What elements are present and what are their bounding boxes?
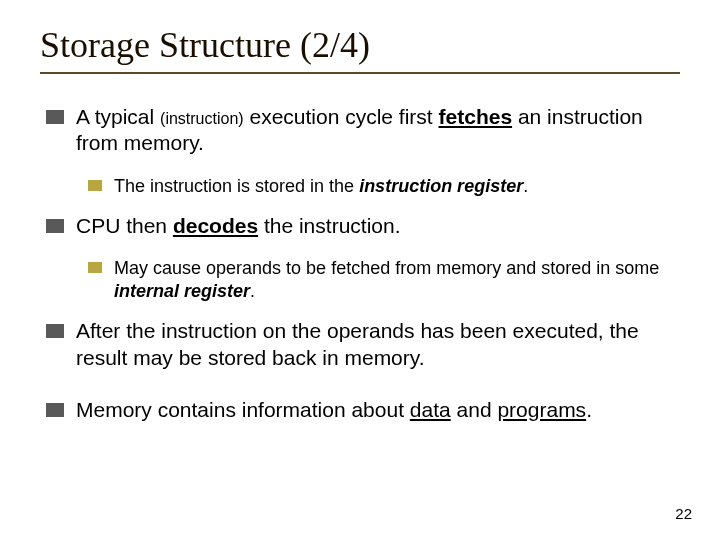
text-emphasis: instruction register [359, 176, 523, 196]
bullet-level1: A typical (instruction) execution cycle … [46, 104, 680, 157]
bullet-text: Memory contains information about data a… [76, 397, 680, 423]
square-bullet-icon [88, 262, 102, 273]
bullet-list: A typical (instruction) execution cycle … [40, 104, 680, 423]
text-fragment: and [451, 398, 498, 421]
text-fragment: A typical [76, 105, 160, 128]
square-bullet-icon [46, 219, 64, 233]
text-fragment: . [250, 281, 255, 301]
text-emphasis: fetches [439, 105, 513, 128]
bullet-text: The instruction is stored in the instruc… [114, 175, 680, 198]
text-fragment: The instruction is stored in the [114, 176, 359, 196]
bullet-text: A typical (instruction) execution cycle … [76, 104, 680, 157]
bullet-text: May cause operands to be fetched from me… [114, 257, 680, 302]
text-fragment: execution cycle first [244, 105, 439, 128]
slide-title: Storage Structure (2/4) [40, 24, 680, 74]
page-number: 22 [675, 505, 692, 522]
text-fragment: the instruction. [258, 214, 400, 237]
square-bullet-icon [46, 324, 64, 338]
slide: Storage Structure (2/4) A typical (instr… [0, 0, 720, 540]
bullet-level1: CPU then decodes the instruction. [46, 213, 680, 239]
text-fragment: May cause operands to be fetched from me… [114, 258, 659, 278]
bullet-level1: Memory contains information about data a… [46, 397, 680, 423]
text-fragment: . [586, 398, 592, 421]
text-fragment: Memory contains information about [76, 398, 410, 421]
bullet-level2: May cause operands to be fetched from me… [88, 257, 680, 302]
text-underline: data [410, 398, 451, 421]
text-small: (instruction) [160, 110, 244, 127]
bullet-text: CPU then decodes the instruction. [76, 213, 680, 239]
text-underline: programs [497, 398, 586, 421]
square-bullet-icon [88, 180, 102, 191]
bullet-level2: The instruction is stored in the instruc… [88, 175, 680, 198]
text-emphasis: decodes [173, 214, 258, 237]
text-fragment: . [523, 176, 528, 196]
text-fragment: CPU then [76, 214, 173, 237]
square-bullet-icon [46, 403, 64, 417]
text-emphasis: internal register [114, 281, 250, 301]
bullet-level1: After the instruction on the operands ha… [46, 318, 680, 371]
square-bullet-icon [46, 110, 64, 124]
bullet-text: After the instruction on the operands ha… [76, 318, 680, 371]
